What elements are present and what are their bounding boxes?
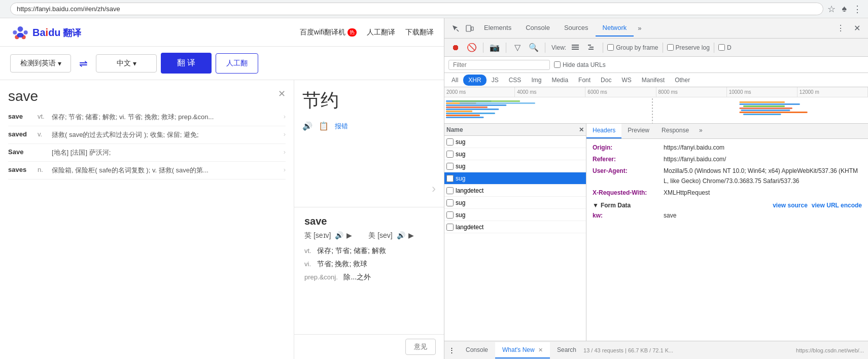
network-row-4[interactable]: langdetect	[444, 185, 586, 197]
network-row-7[interactable]: langdetect	[444, 221, 586, 233]
close-devtools-button[interactable]: ✕	[850, 21, 864, 35]
filter-tab-manifest[interactable]: Manifest	[637, 75, 670, 86]
filter-icon[interactable]: ▽	[510, 41, 525, 55]
result-panel: 节约 🔊 📋 报错 ›	[294, 80, 444, 207]
tab-more-button[interactable]: »	[634, 20, 645, 36]
network-row-2[interactable]: sug	[444, 160, 586, 172]
browser-url[interactable]: https://fanyi.baidu.com/#en/zh/save	[10, 3, 823, 15]
bookmark-icon[interactable]: ☆	[827, 4, 836, 15]
filter-tab-img[interactable]: Img	[526, 75, 546, 86]
hide-data-urls-input[interactable]	[554, 61, 561, 68]
tab-console[interactable]: Console	[518, 20, 557, 37]
next-result-arrow[interactable]: ›	[432, 182, 436, 196]
opinion-button[interactable]: 意见	[405, 339, 436, 355]
clear-button[interactable]: 🚫	[465, 41, 479, 55]
filter-tab-js[interactable]: JS	[487, 75, 504, 86]
report-error-link[interactable]: 报错	[335, 122, 348, 131]
filter-tab-css[interactable]: CSS	[504, 75, 527, 86]
row-checkbox-0[interactable]	[446, 138, 454, 146]
row-checkbox-3[interactable]	[446, 175, 454, 182]
suggestion-item-saves[interactable]: saves n. 保险箱, 保险柜( safe的名词复数 ); v. 拯救( s…	[8, 162, 286, 180]
filter-tab-doc[interactable]: Doc	[596, 75, 616, 86]
vt-label: vt.	[304, 247, 311, 255]
tab-sources[interactable]: Sources	[557, 20, 596, 37]
nav-human-translation[interactable]: 人工翻译	[367, 28, 395, 37]
view-source-link[interactable]: view source	[773, 202, 808, 209]
hide-data-urls-checkbox[interactable]: Hide data URLs	[554, 61, 606, 68]
menu-icon[interactable]: ⋮	[853, 4, 862, 15]
suggestion-item-save[interactable]: save vt. 保存; 节省; 储蓄; 解救; vi. 节省; 挽救; 救球;…	[8, 109, 286, 126]
whats-new-close-button[interactable]: ✕	[538, 347, 543, 353]
details-tab-more[interactable]: »	[695, 124, 707, 138]
row-checkbox-2[interactable]	[446, 163, 454, 170]
svg-rect-32	[743, 114, 781, 115]
details-tab-response[interactable]: Response	[655, 124, 695, 138]
network-row-1[interactable]: sug	[444, 148, 586, 160]
form-data-section: ▼ Form Data view source view URL encode …	[593, 202, 862, 221]
separator-5	[663, 43, 663, 53]
filter-tab-font[interactable]: Font	[573, 75, 596, 86]
suggestion-item-Save[interactable]: Save [地名] [法国] 萨沃河; ›	[8, 144, 286, 162]
close-details-button[interactable]: ✕	[579, 126, 584, 133]
filter-tab-media[interactable]: Media	[546, 75, 573, 86]
bottom-tab-search[interactable]: Search	[550, 342, 583, 358]
network-row-0[interactable]: sug	[444, 136, 586, 148]
row-checkbox-5[interactable]	[446, 199, 454, 206]
account-icon[interactable]: ♠	[842, 4, 847, 15]
nav-wifi-translator[interactable]: 百度wifi翻译机 热	[300, 28, 357, 37]
filter-input[interactable]	[448, 60, 550, 70]
preserve-log-input[interactable]	[667, 44, 674, 51]
details-tab-preview[interactable]: Preview	[621, 124, 655, 138]
copy-icon[interactable]: 📋	[319, 121, 329, 131]
view-url-encode-link[interactable]: view URL encode	[812, 202, 862, 209]
filter-tab-ws[interactable]: WS	[616, 75, 636, 86]
device-toolbar-icon[interactable]	[463, 21, 477, 35]
group-by-frame-checkbox[interactable]: Group by frame	[607, 44, 658, 51]
row-checkbox-7[interactable]	[446, 224, 454, 231]
row-checkbox-6[interactable]	[446, 211, 454, 219]
speaker-us-icon[interactable]: 🔊	[397, 231, 405, 239]
disable-cache-checkbox[interactable]: D	[718, 44, 732, 51]
disable-cache-input[interactable]	[718, 44, 725, 51]
waterfall-view-icon[interactable]	[584, 41, 599, 55]
bottom-tab-whats-new[interactable]: What's New ✕	[495, 342, 550, 358]
row-checkbox-4[interactable]	[446, 187, 454, 194]
filter-tab-other[interactable]: Other	[670, 75, 695, 86]
filter-tab-xhr[interactable]: XHR	[463, 75, 486, 86]
target-lang-button[interactable]: 中文 ▾	[96, 54, 157, 73]
speaker-icon[interactable]: 🔊	[302, 121, 313, 131]
customize-devtools-icon[interactable]: ⋮	[834, 21, 848, 35]
network-row-6[interactable]: sug	[444, 209, 586, 221]
inspect-element-icon[interactable]	[448, 21, 463, 35]
swap-languages-button[interactable]: ⇌	[75, 57, 92, 69]
details-tab-headers[interactable]: Headers	[586, 124, 621, 138]
play-us-icon[interactable]: ▶	[408, 231, 414, 239]
network-row-3-selected[interactable]: sug	[444, 172, 586, 185]
bottom-tab-console[interactable]: Console	[459, 342, 495, 358]
play-en-icon[interactable]: ▶	[346, 231, 352, 239]
translation-panels: save ✕ save vt. 保存; 节省; 储蓄; 解救; vi. 节省; …	[0, 80, 444, 359]
speaker-en-icon[interactable]: 🔊	[335, 231, 343, 239]
camera-icon[interactable]: 📷	[488, 41, 502, 55]
tab-elements[interactable]: Elements	[477, 20, 518, 37]
network-row-5[interactable]: sug	[444, 197, 586, 209]
record-button[interactable]: ⏺	[448, 41, 463, 55]
preserve-log-checkbox[interactable]: Preserve log	[667, 44, 710, 51]
clear-source-button[interactable]: ✕	[278, 88, 286, 99]
source-lang-button[interactable]: 检测到英语 ▾	[10, 54, 71, 73]
tab-network[interactable]: Network	[596, 20, 634, 37]
nav-download[interactable]: 下载翻译	[405, 28, 434, 37]
list-view-icon[interactable]	[568, 41, 582, 55]
suggestion-item-saved[interactable]: saved v. 拯救( save的过去式和过去分词 ); 收集; 保留; 避免…	[8, 126, 286, 144]
filter-tab-all[interactable]: All	[446, 75, 463, 86]
group-by-frame-input[interactable]	[607, 44, 614, 51]
devtools-more-icon[interactable]: ⋮	[444, 343, 459, 357]
separator-2	[506, 43, 506, 53]
search-icon[interactable]: 🔍	[527, 41, 541, 55]
manual-translate-button[interactable]: 人工翻	[216, 53, 258, 74]
source-input-text[interactable]: save	[8, 88, 286, 104]
bottom-url-link[interactable]: https://blog.csdn.net/web/...	[679, 347, 868, 353]
translate-button[interactable]: 翻 译	[161, 53, 212, 74]
row-checkbox-1[interactable]	[446, 151, 454, 158]
form-data-kw: kw: save	[593, 211, 862, 221]
